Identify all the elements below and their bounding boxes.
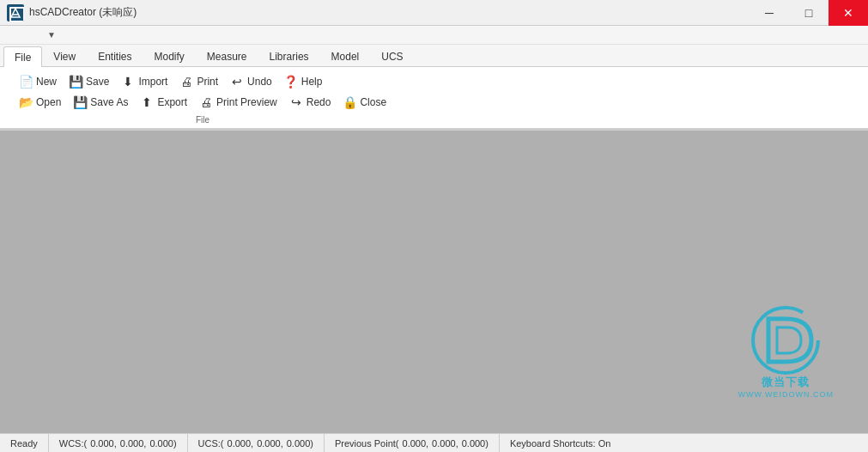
title-controls: ─ □ ✕ bbox=[750, 0, 868, 25]
export-btn[interactable]: ⬆Export bbox=[135, 93, 192, 112]
tab-modify[interactable]: Modify bbox=[143, 46, 196, 66]
redo-btn[interactable]: ↪Redo bbox=[284, 93, 337, 112]
status-keyboard: Keyboard Shortcuts: On bbox=[500, 434, 621, 452]
save-as-btn-icon: 💾 bbox=[73, 95, 87, 109]
watermark-text-chinese: 微当下载 bbox=[762, 375, 810, 390]
ribbon-group-file: 📄New💾Save⬇Import🖨Print↩Undo❓Help📂Open💾Sa… bbox=[7, 70, 398, 125]
svg-marker-1 bbox=[11, 9, 20, 17]
main-canvas: 微当下载 WWW.WEIDOWN.COM bbox=[0, 131, 868, 433]
quick-access-dropdown-icon[interactable]: ▼ bbox=[47, 30, 56, 40]
close-doc-btn[interactable]: 🔒Close bbox=[337, 93, 392, 112]
help-btn[interactable]: ❓Help bbox=[279, 72, 328, 91]
print-btn-icon: 🖨 bbox=[179, 75, 193, 89]
undo-btn-label: Undo bbox=[247, 76, 272, 88]
redo-btn-icon: ↪ bbox=[289, 95, 303, 109]
tab-ucs[interactable]: UCS bbox=[370, 46, 414, 66]
tab-file[interactable]: File bbox=[3, 46, 42, 67]
status-ready: Ready bbox=[0, 434, 49, 452]
ribbon-content: 📄New💾Save⬇Import🖨Print↩Undo❓Help📂Open💾Sa… bbox=[0, 67, 868, 130]
maximize-button[interactable]: □ bbox=[789, 0, 829, 26]
export-btn-icon: ⬆ bbox=[140, 95, 154, 109]
new-btn-icon: 📄 bbox=[19, 75, 33, 89]
tab-view[interactable]: View bbox=[42, 46, 87, 66]
save-btn-label: Save bbox=[86, 76, 109, 88]
print-btn-label: Print bbox=[197, 76, 218, 88]
ribbon-tabs-row: FileViewEntitiesModifyMeasureLibrariesMo… bbox=[0, 45, 868, 67]
status-prev-point: Previous Point( 0.000, 0.000, 0.000) bbox=[325, 434, 500, 452]
status-ucs: UCS:( 0.000, 0.000, 0.000) bbox=[188, 434, 325, 452]
help-btn-label: Help bbox=[301, 76, 323, 88]
status-bar: Ready WCS:( 0.000, 0.000, 0.000) UCS:( 0… bbox=[0, 433, 868, 452]
watermark: 微当下载 WWW.WEIDOWN.COM bbox=[738, 306, 834, 399]
save-btn-icon: 💾 bbox=[69, 75, 82, 89]
close-doc-btn-icon: 🔒 bbox=[343, 95, 356, 109]
title-bar: hsCADCreator (未响应) ─ □ ✕ bbox=[0, 0, 868, 26]
title-left: hsCADCreator (未响应) bbox=[0, 4, 137, 21]
close-doc-btn-label: Close bbox=[360, 96, 386, 108]
ribbon-group-file-label: File bbox=[196, 113, 209, 125]
print-preview-btn-label: Print Preview bbox=[216, 96, 277, 108]
tab-model[interactable]: Model bbox=[320, 46, 371, 66]
import-btn-icon: ⬇ bbox=[121, 75, 135, 89]
quick-access-bar: ▼ bbox=[0, 26, 868, 45]
open-btn[interactable]: 📂Open bbox=[14, 93, 66, 112]
new-btn[interactable]: 📄New bbox=[14, 72, 62, 91]
window-title: hsCADCreator (未响应) bbox=[29, 5, 137, 20]
save-as-btn-label: Save As bbox=[90, 96, 128, 108]
undo-btn[interactable]: ↩Undo bbox=[225, 72, 277, 91]
open-btn-label: Open bbox=[36, 96, 61, 108]
export-btn-label: Export bbox=[157, 96, 187, 108]
save-btn[interactable]: 💾Save bbox=[64, 72, 114, 91]
help-btn-icon: ❓ bbox=[284, 75, 298, 89]
new-btn-label: New bbox=[36, 76, 57, 88]
print-btn[interactable]: 🖨Print bbox=[174, 72, 223, 91]
undo-btn-icon: ↩ bbox=[230, 75, 244, 89]
import-btn[interactable]: ⬇Import bbox=[116, 72, 173, 91]
open-btn-icon: 📂 bbox=[19, 95, 33, 109]
redo-btn-label: Redo bbox=[307, 96, 331, 108]
minimize-button[interactable]: ─ bbox=[750, 0, 789, 26]
close-window-button[interactable]: ✕ bbox=[829, 0, 868, 26]
watermark-text-url: WWW.WEIDOWN.COM bbox=[738, 390, 834, 399]
print-preview-btn[interactable]: 🖨Print Preview bbox=[194, 93, 282, 112]
ribbon: ▼ FileViewEntitiesModifyMeasureLibraries… bbox=[0, 26, 868, 131]
print-preview-btn-icon: 🖨 bbox=[199, 95, 213, 109]
save-as-btn[interactable]: 💾Save As bbox=[68, 93, 133, 112]
status-wcs: WCS:( 0.000, 0.000, 0.000) bbox=[49, 434, 188, 452]
tab-entities[interactable]: Entities bbox=[87, 46, 143, 66]
app-logo-icon bbox=[7, 4, 24, 21]
import-btn-label: Import bbox=[138, 76, 167, 88]
watermark-logo-icon bbox=[747, 306, 824, 375]
tab-libraries[interactable]: Libraries bbox=[258, 46, 320, 66]
tab-measure[interactable]: Measure bbox=[196, 46, 258, 66]
svg-rect-0 bbox=[9, 6, 22, 20]
